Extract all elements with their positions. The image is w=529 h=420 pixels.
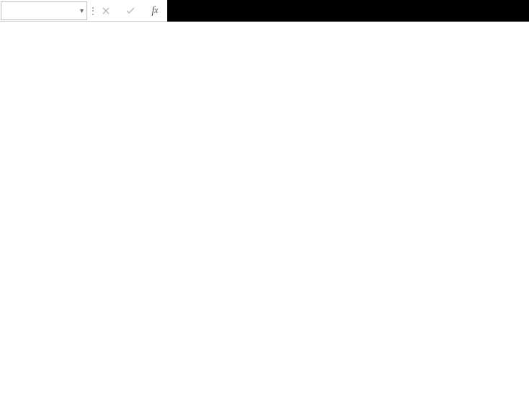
vert-sep-icon: ⋮ (88, 5, 94, 17)
cancel-formula-button[interactable] (94, 6, 118, 15)
formula-bar: ▾ ⋮ fx (0, 0, 529, 22)
dropdown-icon[interactable]: ▾ (80, 6, 84, 14)
fx-icon[interactable]: fx (143, 5, 167, 17)
formula-input[interactable] (167, 0, 529, 22)
name-box[interactable]: ▾ (1, 1, 87, 20)
enter-formula-button[interactable] (118, 6, 143, 15)
